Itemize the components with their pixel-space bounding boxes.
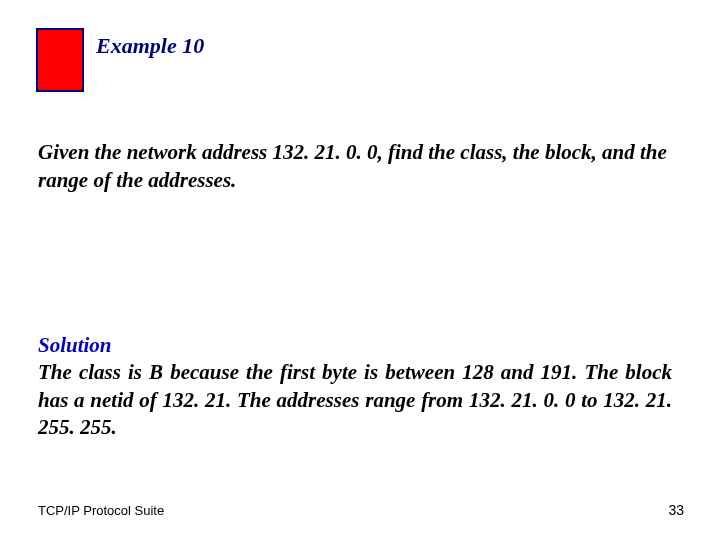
example-title: Example 10 xyxy=(96,33,204,59)
page-number: 33 xyxy=(668,502,684,518)
solution-block: Solution The class is B because the firs… xyxy=(38,332,672,441)
question-text: Given the network address 132. 21. 0. 0,… xyxy=(38,138,672,195)
solution-body: The class is B because the first byte is… xyxy=(38,359,672,441)
accent-box xyxy=(36,28,84,92)
slide-header: Example 10 xyxy=(36,28,204,92)
footer-source: TCP/IP Protocol Suite xyxy=(38,503,164,518)
solution-label: Solution xyxy=(38,332,672,359)
